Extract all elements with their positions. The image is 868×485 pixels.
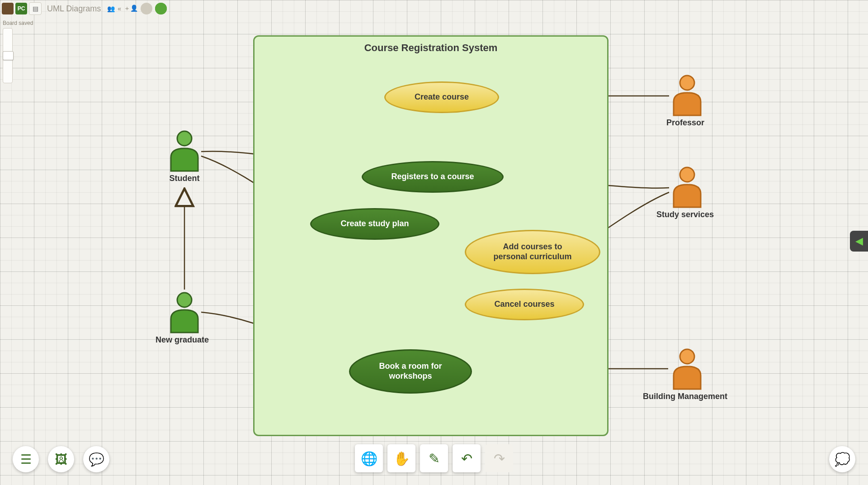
- actor-study-services[interactable]: Study services: [671, 166, 703, 219]
- usecase-study-plan-label: Create study plan: [340, 219, 409, 229]
- usecase-cancel-courses[interactable]: Cancel courses: [465, 289, 584, 320]
- bottom-left-toolbar: ☰ 🖼 💬: [13, 446, 109, 472]
- chevron-left-icon[interactable]: «: [118, 5, 121, 12]
- actor-building-management[interactable]: Building Management: [671, 348, 703, 401]
- comments-button[interactable]: 💬: [83, 446, 109, 472]
- usecase-study-plan[interactable]: Create study plan: [310, 208, 439, 240]
- topbar: PC ▤ UML Diagrams 👥 « ＋👤: [2, 2, 167, 15]
- chat-icon: 💭: [835, 452, 850, 467]
- add-user-icon[interactable]: ＋👤: [124, 5, 138, 13]
- draw-button[interactable]: ✎: [420, 444, 448, 472]
- undo-button[interactable]: ↶: [453, 444, 481, 472]
- actor-student-label: Student: [168, 174, 201, 183]
- svg-point-3: [680, 167, 694, 182]
- board-menu-button[interactable]: ▤: [29, 2, 42, 15]
- redo-icon: ↷: [494, 451, 505, 466]
- pan-button[interactable]: ✋: [387, 444, 415, 472]
- owner-avatar[interactable]: [2, 3, 14, 14]
- usecase-registers[interactable]: Registers to a course: [362, 161, 504, 193]
- globe-icon: 🌐: [361, 451, 377, 466]
- redo-button[interactable]: ↷: [485, 444, 513, 472]
- svg-point-0: [177, 131, 192, 146]
- map-button[interactable]: 🌐: [355, 444, 383, 472]
- system-title: Course Registration System: [255, 42, 607, 54]
- board-title[interactable]: UML Diagrams: [47, 4, 101, 14]
- workspace-badge[interactable]: PC: [15, 3, 27, 14]
- actor-professor[interactable]: Professor: [671, 75, 703, 128]
- comment-icon: 💬: [89, 452, 104, 467]
- actor-study-label: Study services: [656, 210, 703, 219]
- usecase-book-l2: workshops: [389, 371, 432, 381]
- svg-point-2: [680, 76, 694, 90]
- top-icons: 👥 « ＋👤: [107, 3, 167, 14]
- presence-avatar-1[interactable]: [141, 3, 152, 14]
- svg-point-4: [680, 349, 694, 364]
- actor-newgrad-label: New graduate: [156, 335, 201, 345]
- menu-button[interactable]: ☰: [13, 446, 39, 472]
- triangle-left-icon: ◀: [855, 235, 863, 247]
- zoom-slider-handle[interactable]: [3, 51, 14, 60]
- usecase-cancel-label: Cancel courses: [494, 300, 554, 309]
- chat-button[interactable]: 💭: [829, 446, 855, 472]
- actor-new-graduate[interactable]: New graduate: [168, 292, 201, 345]
- bottom-center-toolbar: 🌐 ✋ ✎ ↶ ↷: [355, 444, 513, 472]
- menu-icon: ☰: [20, 452, 32, 467]
- usecase-book-l1: Book a room for: [379, 361, 442, 371]
- actor-professor-label: Professor: [666, 118, 703, 128]
- zoom-slider-track[interactable]: [3, 28, 13, 83]
- hand-icon: ✋: [393, 451, 410, 466]
- presence-avatar-2[interactable]: [155, 3, 167, 14]
- svg-point-1: [177, 293, 192, 307]
- usecase-registers-label: Registers to a course: [391, 172, 474, 182]
- save-status: Board saved: [3, 20, 33, 26]
- undo-icon: ↶: [461, 451, 472, 466]
- image-icon: 🖼: [55, 452, 67, 467]
- document-icon: ▤: [33, 5, 38, 12]
- pencil-icon: ✎: [429, 451, 440, 466]
- actor-student[interactable]: Student: [168, 130, 201, 183]
- bottom-right-toolbar: 💭: [829, 446, 855, 472]
- usecase-create-course-label: Create course: [415, 92, 469, 102]
- people-icon[interactable]: 👥: [107, 5, 115, 12]
- usecase-add-courses-l2: personal curriculum: [493, 252, 571, 262]
- actor-building-label: Building Management: [643, 392, 703, 401]
- usecase-create-course[interactable]: Create course: [384, 81, 499, 113]
- right-panel-toggle[interactable]: ◀: [850, 231, 868, 252]
- library-button[interactable]: 🖼: [48, 446, 74, 472]
- usecase-add-courses[interactable]: Add courses to personal curriculum: [465, 230, 600, 274]
- usecase-add-courses-l1: Add courses to: [503, 242, 562, 252]
- usecase-book-room[interactable]: Book a room for workshops: [349, 349, 472, 394]
